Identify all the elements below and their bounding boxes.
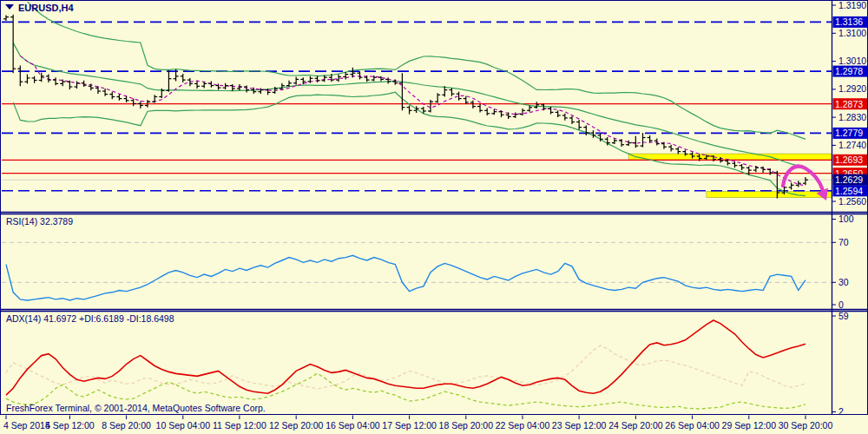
time-axis-label: 26 Sep 04:00 xyxy=(665,420,720,431)
price-tick-label: 1.3190 xyxy=(838,0,866,10)
rsi-scale-label: 100 xyxy=(838,214,854,224)
time-axis-label: 10 Sep 04:00 xyxy=(156,420,211,431)
price-level-badge: 1.2594 xyxy=(833,185,868,196)
time-axis-label: 4 Sep 2014 xyxy=(3,420,50,431)
adx-scale-label: 59 xyxy=(838,311,849,321)
highlight-zone[interactable] xyxy=(707,192,832,198)
time-axis-label: 30 Sep 20:00 xyxy=(779,420,833,431)
time-axis-label: 29 Sep 12:00 xyxy=(722,420,777,431)
price-tick-label: 1.2560 xyxy=(838,196,866,207)
price-level-badge: 1.2873 xyxy=(833,98,868,109)
time-axis-label: 22 Sep 04:00 xyxy=(496,420,550,431)
price-tick-label: 1.3010 xyxy=(838,56,866,66)
time-axis-label: 17 Sep 12:00 xyxy=(382,420,437,431)
price-tick-label: 1.2830 xyxy=(838,112,866,122)
time-axis-label: 23 Sep 12:00 xyxy=(552,420,607,431)
price-level-badge: 1.2779 xyxy=(833,128,868,139)
rsi-plot-area[interactable] xyxy=(2,214,832,308)
price-level-badge: 1.2629 xyxy=(833,174,868,186)
price-tick-label: 1.2920 xyxy=(838,83,866,94)
price-level-badge: 1.2693 xyxy=(833,155,868,166)
price-level-badge-text: 1.2779 xyxy=(835,128,863,138)
time-axis-label: 5 Sep 12:00 xyxy=(45,420,95,431)
rsi-scale-label: 70 xyxy=(838,237,849,247)
price-level-badge: 1.2978 xyxy=(833,66,868,77)
price-tick-label: 1.3100 xyxy=(838,28,866,38)
price-level-badge-text: 1.2629 xyxy=(835,174,863,185)
time-axis-label: 16 Sep 04:00 xyxy=(326,420,380,431)
price-tick-label: 1.2740 xyxy=(838,140,866,150)
trading-terminal-window: 10070300 592 1.31901.31001.30101.29201.2… xyxy=(0,0,868,434)
highlight-zone[interactable] xyxy=(628,154,832,160)
rsi-indicator-label: RSI(14) 32.3789 xyxy=(6,216,73,227)
time-axis-label: 8 Sep 20:00 xyxy=(102,420,151,431)
price-level-badge-text: 1.2873 xyxy=(835,99,863,109)
adx-scale-label: 2 xyxy=(838,406,844,417)
time-axis-label: 11 Sep 12:00 xyxy=(213,420,266,431)
time-axis-label: 18 Sep 20:00 xyxy=(439,420,494,431)
price-level-badge-text: 1.3136 xyxy=(835,16,863,27)
time-axis-label: 12 Sep 20:00 xyxy=(269,420,324,431)
price-level-badge-text: 1.2594 xyxy=(835,186,863,196)
rsi-scale-label: 0 xyxy=(838,299,844,310)
rsi-scale-label: 30 xyxy=(838,277,849,287)
copyright-text: FreshForex Terminal, © 2001-2014, MetaQu… xyxy=(6,403,266,413)
time-axis-label: 24 Sep 20:00 xyxy=(608,420,663,431)
adx-plot-area[interactable] xyxy=(2,312,832,413)
price-level-badge-text: 1.2693 xyxy=(835,155,863,165)
adx-indicator-label: ADX(14) 41.6972 +DI:6.6189 -DI:18.6498 xyxy=(6,313,174,324)
price-level-badge-text: 1.2978 xyxy=(835,66,863,76)
chart-title: EURUSD,H4 xyxy=(18,3,74,13)
price-level-badge: 1.3136 xyxy=(833,16,868,28)
